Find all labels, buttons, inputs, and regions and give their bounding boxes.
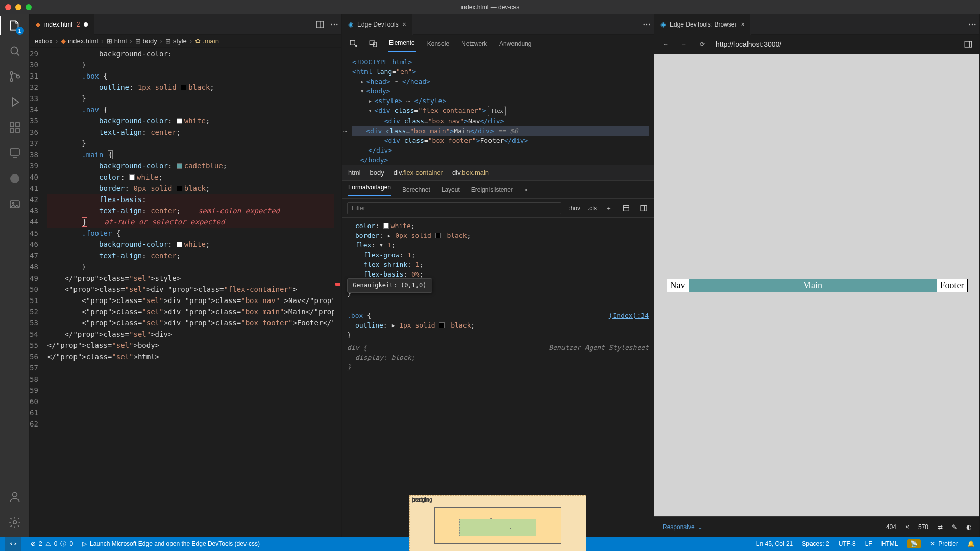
- eol-indicator[interactable]: LF: [865, 540, 872, 547]
- images-icon[interactable]: [8, 197, 22, 211]
- tab-index-html[interactable]: ◆ index.html 2: [30, 14, 94, 35]
- svg-rect-25: [641, 206, 647, 211]
- reload-icon[interactable]: ⟳: [696, 38, 708, 51]
- specificity-tooltip: Genauigkeit: (0,1,0): [347, 278, 432, 293]
- encoding-indicator[interactable]: UTF-8: [839, 540, 856, 547]
- viewport-height[interactable]: 570: [918, 523, 928, 531]
- dom-path[interactable]: html body div.flex-container div.box.mai…: [342, 165, 654, 181]
- search-icon[interactable]: [8, 44, 22, 58]
- screenshot-icon[interactable]: ✎: [952, 523, 957, 531]
- tab-netzwerk[interactable]: Netzwerk: [460, 37, 488, 51]
- svg-point-18: [643, 23, 645, 25]
- tab-edge-devtools[interactable]: ◉ Edge DevTools ×: [342, 14, 413, 35]
- back-icon[interactable]: ←: [659, 38, 672, 51]
- svg-point-19: [646, 23, 648, 25]
- svg-rect-22: [370, 41, 375, 45]
- forward-icon[interactable]: →: [678, 38, 690, 51]
- close-icon[interactable]: ×: [403, 21, 406, 28]
- minimap[interactable]: [334, 48, 341, 537]
- svg-point-16: [334, 23, 335, 25]
- code-editor[interactable]: 2930313233343536373839404142434445464748…: [30, 48, 341, 537]
- svg-rect-6: [16, 129, 19, 132]
- svg-point-2: [10, 79, 12, 81]
- panel-icon[interactable]: [639, 203, 649, 213]
- preview-footer: Footer: [937, 279, 967, 292]
- cls-toggle[interactable]: .cls: [587, 205, 597, 212]
- svg-point-15: [331, 23, 332, 25]
- preview-nav: Nav: [667, 279, 689, 292]
- gear-icon[interactable]: [8, 515, 22, 530]
- cursor-position[interactable]: Ln 45, Col 21: [756, 540, 793, 547]
- svg-point-0: [11, 47, 17, 54]
- viewport-width[interactable]: 404: [886, 523, 896, 531]
- styles-filter-input[interactable]: [347, 202, 561, 214]
- svg-rect-4: [10, 123, 14, 127]
- svg-point-3: [16, 75, 19, 78]
- rotate-icon[interactable]: ⇄: [938, 523, 943, 531]
- more-actions-icon[interactable]: [327, 17, 341, 32]
- close-icon[interactable]: ×: [741, 21, 744, 28]
- tab-ereignislistener[interactable]: Ereignislistener: [471, 186, 513, 193]
- split-editor-icon[interactable]: [313, 17, 327, 32]
- svg-point-11: [12, 203, 14, 204]
- window-title: index.html — dev-css: [0, 4, 980, 11]
- tab-elemente[interactable]: Elemente: [388, 36, 416, 52]
- launch-button[interactable]: ▷ Launch Microsoft Edge and open the Edg…: [82, 540, 260, 547]
- source-link[interactable]: (Index):34: [609, 311, 649, 320]
- svg-point-17: [336, 23, 338, 25]
- inspect-icon[interactable]: [349, 39, 358, 48]
- source-control-icon[interactable]: [8, 69, 22, 84]
- account-icon[interactable]: [8, 490, 22, 504]
- svg-point-26: [969, 23, 970, 25]
- tab-error-count: 2: [77, 21, 80, 28]
- titlebar: index.html — dev-css: [0, 0, 980, 14]
- hov-toggle[interactable]: :hov: [569, 205, 580, 212]
- tab-label: index.html: [44, 21, 72, 28]
- dirty-indicator-icon: [84, 22, 88, 27]
- tab-anwendung[interactable]: Anwendung: [498, 37, 532, 51]
- more-actions-icon[interactable]: [965, 17, 979, 32]
- svg-point-9: [10, 174, 19, 183]
- prettier-indicator[interactable]: ✕ Prettier: [930, 540, 958, 547]
- explorer-icon[interactable]: 1: [8, 18, 22, 33]
- remote-icon[interactable]: [8, 146, 22, 160]
- extensions-icon[interactable]: [8, 120, 22, 135]
- debug-icon[interactable]: [8, 95, 22, 109]
- tab-edge-browser[interactable]: ◉ Edge DevTools: Browser ×: [654, 14, 751, 35]
- language-indicator[interactable]: HTML: [881, 540, 898, 547]
- tab-formatvorlagen[interactable]: Formatvorlagen: [348, 184, 391, 196]
- bell-icon[interactable]: 🔔: [967, 540, 975, 547]
- breadcrumb[interactable]: exbox› ◆ index.html› ⊞ html› ⊞ body› ⊞ s…: [30, 35, 341, 48]
- indent-indicator[interactable]: Spaces: 2: [802, 540, 829, 547]
- more-actions-icon[interactable]: [640, 17, 654, 32]
- tab-berechnet[interactable]: Berechnet: [402, 186, 430, 193]
- edge-icon[interactable]: [8, 171, 22, 186]
- devtools-tabs: ◉ Edge DevTools ×: [342, 14, 654, 35]
- dom-tree[interactable]: <!DOCTYPE html> <html lang="en"> ▸<head>…: [342, 53, 654, 165]
- styles-pane[interactable]: color: white; border: ▸ 0px solid black;…: [342, 218, 654, 491]
- svg-point-28: [974, 23, 976, 25]
- svg-point-13: [13, 521, 16, 524]
- new-style-icon[interactable]: ＋: [604, 203, 614, 213]
- device-toggle-icon[interactable]: [369, 39, 378, 48]
- editor-tabs: ◆ index.html 2: [30, 14, 341, 35]
- device-select[interactable]: Responsive ⌄: [663, 523, 703, 531]
- page-viewport[interactable]: Nav Main Footer Responsive ⌄ 404 × 570 ⇄…: [654, 54, 979, 537]
- problems-indicator[interactable]: ⊘2 ⚠0 ⓘ0: [31, 540, 73, 548]
- emulate-icon[interactable]: ◐: [966, 523, 971, 531]
- svg-rect-5: [10, 129, 14, 132]
- remote-indicator[interactable]: [5, 537, 21, 551]
- svg-rect-8: [10, 149, 19, 155]
- styles-filter-row: :hov .cls ＋: [342, 199, 654, 218]
- overflow-icon[interactable]: »: [524, 186, 528, 193]
- tab-konsole[interactable]: Konsole: [426, 37, 450, 51]
- toggle-icon[interactable]: [962, 38, 974, 51]
- explorer-badge: 1: [16, 27, 24, 35]
- go-live-icon[interactable]: 📡: [907, 539, 921, 548]
- svg-point-27: [972, 23, 973, 25]
- box-model[interactable]: margin- border- padding-: [342, 491, 654, 537]
- svg-point-12: [12, 492, 17, 497]
- computed-icon[interactable]: [621, 203, 631, 213]
- tab-layout[interactable]: Layout: [442, 186, 460, 193]
- url-input[interactable]: [715, 40, 956, 49]
